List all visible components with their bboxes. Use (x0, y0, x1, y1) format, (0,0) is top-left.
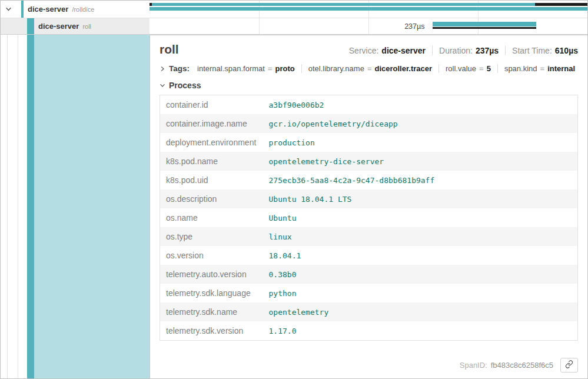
process-key: os.version (160, 246, 263, 265)
span-header-stats: Service: dice-server Duration: 237µs Sta… (343, 46, 578, 55)
tag-list: internal.span.format = proto otel.librar… (191, 64, 582, 73)
bar-cap-left (150, 3, 152, 6)
tree-indent-guide (18, 35, 18, 378)
timeline-row-rolldice[interactable] (150, 1, 587, 18)
process-row: os.version 18.04.1 (160, 246, 578, 265)
tag-value: internal (547, 64, 575, 73)
header-stat-label: Service: (349, 46, 379, 55)
process-key: container.image.name (160, 114, 263, 133)
process-key: telemetry.sdk.version (160, 321, 263, 341)
span-detail-footer: SpanID: fb483c8c6258f6c5 (160, 353, 578, 375)
process-key: k8s.pod.uid (160, 171, 263, 190)
header-stat: Duration: 237µs (432, 46, 505, 55)
jaeger-trace-detail-view: dice-server /rolldice dice-server roll 2… (0, 0, 588, 379)
process-key: telemetry.sdk.language (160, 284, 263, 302)
process-row: telemetry.sdk.language python (160, 284, 578, 302)
span-detail-highlight (34, 35, 150, 378)
span-detail-panel: roll Service: dice-server Duration: 237µ… (150, 35, 587, 378)
span-bar-roll[interactable] (433, 22, 536, 26)
tag-key: internal.span.format (197, 64, 265, 73)
span-operation-name: roll (82, 23, 91, 30)
header-stat-label: Start Time: (512, 46, 552, 55)
tag-item: internal.span.format = proto (191, 64, 301, 73)
link-icon (565, 360, 573, 370)
process-row: container.image.name gcr.io/opentelemetr… (160, 114, 578, 133)
process-row: os.name Ubuntu (160, 208, 578, 227)
tag-value: 5 (487, 64, 491, 73)
tree-indent-guide (7, 35, 8, 378)
process-key: deployment.environment (160, 133, 263, 152)
span-bar-roll-shadow (433, 27, 536, 29)
tag-key: otel.library.name (308, 64, 364, 73)
tag-item: otel.library.name = diceroller.tracer (301, 64, 438, 73)
span-color-bar-extension (27, 35, 34, 378)
span-color-bar (27, 18, 34, 34)
span-detail-header: roll Service: dice-server Duration: 237µ… (160, 42, 578, 56)
process-row: deployment.environment production (160, 133, 578, 152)
process-section-header[interactable]: Process (160, 81, 578, 90)
header-stat: Service: dice-server (343, 46, 432, 55)
process-key: k8s.pod.name (160, 152, 263, 171)
process-table-body: container.id a3bf90e006b2 container.imag… (160, 95, 578, 341)
header-stat-value: 610µs (555, 46, 578, 55)
header-stat-value: 237µs (476, 46, 499, 55)
tag-equals: = (540, 64, 545, 73)
span-service-name: dice-server (28, 5, 68, 14)
process-value: production (263, 133, 578, 152)
timeline-tick (259, 18, 260, 34)
tag-value: proto (275, 64, 295, 73)
span-title: roll (160, 42, 179, 56)
chevron-down-icon[interactable] (160, 82, 165, 88)
process-row: k8s.pod.uid 275ecb36-5aa8-4c2a-9c47-d8bb… (160, 171, 578, 190)
process-value: 275ecb36-5aa8-4c2a-9c47-d8bb681b9aff (263, 171, 578, 190)
span-detail-gutter (1, 35, 150, 378)
tag-equals: = (367, 64, 372, 73)
timeline-row-roll[interactable]: 237µs (150, 18, 587, 34)
chevron-right-icon[interactable] (160, 66, 165, 72)
span-name-cell-roll[interactable]: dice-server roll (1, 18, 150, 34)
process-row: os.description Ubuntu 18.04.1 LTS (160, 190, 578, 208)
process-value: Ubuntu 18.04.1 LTS (263, 190, 578, 208)
process-value: gcr.io/opentelemetry/diceapp (263, 114, 578, 133)
process-value: a3bf90e006b2 (263, 95, 578, 115)
header-stat: Start Time: 610µs (505, 46, 578, 55)
process-row: os.type linux (160, 227, 578, 246)
process-key: os.type (160, 227, 263, 246)
trace-detail-body: roll Service: dice-server Duration: 237µ… (1, 35, 587, 378)
tag-item: roll.value = 5 (438, 64, 497, 73)
tag-value: diceroller.tracer (374, 64, 432, 73)
process-value: python (263, 284, 578, 302)
span-row-rolldice[interactable]: dice-server /rolldice (1, 1, 587, 18)
process-row: telemetry.sdk.version 1.17.0 (160, 321, 578, 341)
process-label[interactable]: Process (169, 81, 201, 90)
span-service-name: dice-server (38, 22, 79, 31)
tag-equals: = (479, 64, 484, 73)
span-operation-name: /rolldice (72, 6, 94, 13)
process-row: container.id a3bf90e006b2 (160, 95, 578, 115)
process-value: 0.38b0 (263, 265, 578, 284)
process-value: 1.17.0 (263, 321, 578, 341)
process-value: opentelemetry (263, 302, 578, 321)
process-key: container.id (160, 95, 263, 115)
spanid-label: SpanID: (460, 361, 487, 370)
process-value: opentelemetry-dice-server (263, 152, 578, 171)
tags-label[interactable]: Tags: (169, 64, 190, 73)
process-value: 18.04.1 (263, 246, 578, 265)
process-row: telemetry.auto.version 0.38b0 (160, 265, 578, 284)
process-value: linux (263, 227, 578, 246)
span-name-cell-rolldice[interactable]: dice-server /rolldice (1, 1, 150, 18)
process-table: container.id a3bf90e006b2 container.imag… (160, 95, 578, 341)
span-row-roll-selected[interactable]: dice-server roll 237µs (1, 18, 587, 35)
header-stat-label: Duration: (439, 46, 473, 55)
process-row: k8s.pod.name opentelemetry-dice-server (160, 152, 578, 171)
span-duration-label: 237µs (368, 18, 427, 34)
tag-key: roll.value (446, 64, 476, 73)
spanid-value: fb483c8c6258f6c5 (491, 361, 553, 370)
tags-section[interactable]: Tags: internal.span.format = proto otel.… (160, 64, 578, 73)
tag-equals: = (268, 64, 273, 73)
deep-link-button[interactable] (560, 358, 578, 373)
bar-cap-right (535, 3, 587, 6)
chevron-down-icon[interactable] (5, 6, 12, 12)
header-stat-value: dice-server (381, 46, 426, 55)
process-row: telemetry.sdk.name opentelemetry (160, 302, 578, 321)
